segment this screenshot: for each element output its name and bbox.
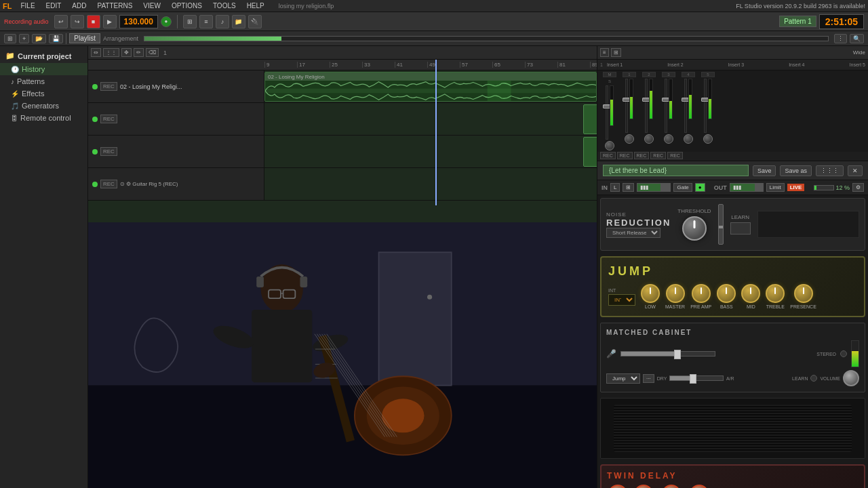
gr-menu-btn[interactable]: ⋮⋮⋮ (816, 165, 844, 176)
insert3-fader-area[interactable] (659, 79, 678, 133)
gate-active-btn[interactable]: ● (695, 183, 705, 192)
sidebar-item-remote-control[interactable]: 🎛 Remote control (0, 112, 87, 124)
menu-add[interactable]: ADD (70, 2, 88, 9)
td-time-knob[interactable] (634, 485, 653, 488)
playlist-label[interactable]: Playlist (69, 33, 100, 43)
knob-low[interactable] (641, 284, 660, 303)
snap-btn[interactable]: ⋮ (834, 34, 847, 43)
green-clip-3[interactable] (583, 137, 597, 167)
gr-close-btn[interactable]: ✕ (848, 165, 863, 176)
nr-learn-btn[interactable] (730, 222, 751, 235)
in-type-btn[interactable]: L (610, 183, 620, 192)
gr-save-as-btn[interactable]: Save as (780, 165, 812, 176)
bpm-display[interactable]: 130.000 (119, 15, 158, 28)
piano-roll-button[interactable]: ♪ (216, 15, 229, 28)
rec-btn-3[interactable]: REC (634, 152, 650, 159)
mc-learn-toggle[interactable] (810, 375, 817, 382)
menu-file[interactable]: FILE (18, 2, 37, 9)
nr-slider-track[interactable] (718, 204, 724, 245)
insert4-btn[interactable]: 4 (682, 72, 695, 77)
insert1-knob[interactable] (625, 134, 634, 144)
stop-button[interactable]: ■ (87, 15, 100, 28)
knob-treble[interactable] (766, 284, 785, 303)
knob-preamp[interactable] (692, 284, 711, 303)
insert5-knob[interactable] (703, 134, 713, 144)
zoom-btn[interactable]: 🔍 (850, 34, 864, 43)
menu-edit[interactable]: EDIT (44, 2, 64, 9)
gate-btn[interactable]: Gate (673, 183, 692, 192)
track-content-4[interactable] (264, 168, 597, 200)
stereo-toggle[interactable] (840, 350, 847, 357)
mc-mic-thumb[interactable] (674, 350, 681, 359)
menu-options[interactable]: OPTIONS (170, 2, 204, 9)
insert4-fader-area[interactable] (679, 79, 698, 133)
mixer-link-btn[interactable]: ⊞ (611, 48, 621, 57)
insert3-knob[interactable] (664, 134, 673, 144)
rec-btn-4[interactable]: REC (650, 152, 666, 159)
insert5-btn[interactable]: 5 (701, 72, 715, 77)
track-rec-btn-3[interactable]: REC (100, 147, 117, 156)
knob-mid[interactable] (741, 284, 760, 303)
gr-preset-name[interactable]: {Let there be Lead} (603, 165, 749, 176)
gr-settings-btn[interactable]: ⚙ (852, 183, 864, 192)
mc-dry-thumb[interactable] (690, 374, 696, 384)
insert3-btn[interactable]: 3 (662, 72, 675, 77)
knob-bass[interactable] (717, 284, 736, 303)
green-clip-2[interactable] (583, 104, 597, 134)
erase-btn[interactable]: ⌫ (146, 48, 159, 57)
stretch-btn[interactable]: ⇔ (91, 48, 101, 57)
mc-volume-knob[interactable] (843, 370, 859, 386)
record-button[interactable]: ● (161, 16, 172, 27)
rec-btn-1[interactable]: REC (600, 152, 616, 159)
jump-channel-select[interactable]: INT (608, 294, 635, 306)
td-level-knob[interactable] (690, 485, 709, 488)
sidebar-item-effects[interactable]: ⚡ Effects (0, 87, 87, 100)
rec-btn-2[interactable]: REC (617, 152, 633, 159)
track-rec-btn-4[interactable]: REC (100, 180, 117, 188)
insert4-knob[interactable] (684, 134, 693, 144)
master-send-knob[interactable] (605, 141, 614, 150)
mc-mic-slider[interactable] (620, 351, 715, 357)
menu-tools[interactable]: TOOLS (211, 2, 238, 9)
mixer-button[interactable]: ⊞ (183, 15, 197, 28)
nr-threshold-knob[interactable] (682, 216, 707, 241)
plugin-picker-button[interactable]: 🔌 (248, 15, 262, 28)
menu-patterns[interactable]: PATTERNS (95, 2, 134, 9)
sidebar-item-generators[interactable]: 🎵 Generators (0, 100, 87, 112)
knob-master[interactable] (666, 284, 685, 303)
mixer-options-btn[interactable]: ≡ (600, 48, 609, 57)
master-fader-area[interactable] (600, 85, 619, 140)
redo-button[interactable]: ↪ (71, 15, 84, 28)
gr-save-btn[interactable]: Save (753, 165, 776, 176)
play-button[interactable]: ▶ (103, 15, 117, 28)
snap-type-btn[interactable]: ⋮⋮ (103, 48, 119, 57)
td-feedback-knob[interactable] (662, 485, 681, 488)
live-btn[interactable]: LIVE (787, 184, 805, 191)
out-level-btn[interactable]: ▮▮▮ (730, 183, 764, 192)
limit-btn[interactable]: Limit (766, 183, 785, 192)
mc-model-select[interactable]: Jump (606, 373, 640, 384)
track-content-1[interactable]: 02 - Losing My Religion (264, 70, 597, 102)
insert2-fader-area[interactable] (639, 79, 658, 133)
insert1-fader-area[interactable] (620, 79, 639, 133)
menu-view[interactable]: VIEW (141, 2, 163, 9)
nr-dropdown[interactable]: Short Release (606, 228, 660, 238)
insert1-btn[interactable]: 1 (623, 72, 636, 77)
track-rec-btn-1[interactable]: REC (100, 82, 117, 91)
track-content-2[interactable] (264, 103, 597, 135)
knob-presence[interactable] (794, 284, 813, 303)
sidebar-item-patterns[interactable]: ♪ Patterns (0, 75, 87, 87)
mc-options-btn[interactable]: ··· (643, 374, 654, 383)
draw-btn[interactable]: ✏ (134, 48, 144, 57)
pattern-selector[interactable]: Pattern 1 (779, 16, 816, 27)
track-content-3[interactable] (264, 136, 597, 167)
menu-help[interactable]: HELP (245, 2, 267, 9)
in-stereo-btn[interactable]: ⊞ (623, 183, 634, 192)
position-bar[interactable] (144, 36, 829, 41)
in-level-btn[interactable]: ▮▮▮ (637, 183, 671, 192)
audio-clip-1[interactable]: 02 - Losing My Religion (264, 72, 597, 102)
sidebar-item-history[interactable]: 🕐 History (0, 63, 87, 75)
current-project-btn[interactable]: ⊞ (4, 34, 16, 43)
browser-button[interactable]: 📁 (232, 15, 245, 28)
td-drywet-knob[interactable] (608, 485, 627, 488)
